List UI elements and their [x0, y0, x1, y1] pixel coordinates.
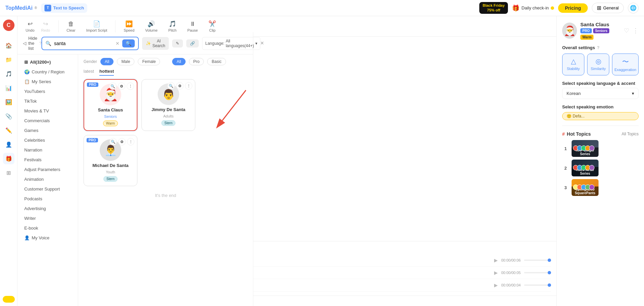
heart-button[interactable]: ♡ — [624, 27, 629, 34]
gender-female-button[interactable]: Female — [138, 58, 160, 65]
michael-age: Youth — [106, 170, 115, 174]
settings-jimmy-icon[interactable]: ⚙ — [176, 82, 184, 90]
category-festivals[interactable]: Festivals — [18, 155, 78, 165]
clear-search-icon[interactable]: ✕ — [116, 41, 120, 46]
santa-age: Seniors — [104, 114, 117, 118]
sidebar-item-tts[interactable]: 🎁 — [3, 153, 14, 164]
sidebar-item-folder[interactable]: 📁 — [3, 54, 14, 65]
sidebar-item-grid[interactable]: ⊞ — [3, 167, 14, 178]
search-jimmy-icon[interactable]: 🔍 — [167, 82, 175, 90]
voice-card-michael[interactable]: PRO 🔍 ⚙ ⋮ 👨‍💼 Michael De Santa Youth Ste… — [84, 135, 137, 186]
hide-list-button[interactable]: ◁ Hide the list ? — [23, 36, 41, 51]
import-script-button[interactable]: 📄 Import Script — [84, 19, 110, 34]
category-games[interactable]: Games — [18, 126, 78, 135]
progress-bar-1[interactable] — [524, 260, 551, 261]
audition-time-3: 00:00/00:04 — [501, 283, 521, 287]
category-tiktok[interactable]: TikTok — [18, 96, 78, 106]
exaggeration-button[interactable]: 〜 Exaggeration — [612, 54, 639, 75]
tts-label[interactable]: T Text to Speech — [41, 3, 88, 13]
voice-card-actions-jimmy: 🔍 ⚙ ⋮ — [167, 82, 192, 90]
hot-topic-1[interactable]: 1 RAP Singer Series — [562, 140, 639, 157]
category-celebrities[interactable]: Celebrities — [18, 135, 78, 145]
pause-button[interactable]: ⏸ Pause — [185, 19, 200, 34]
progress-bar-3[interactable] — [524, 284, 551, 286]
black-friday-badge[interactable]: Black Friday 75% off — [479, 2, 508, 13]
clear-button[interactable]: 🗑 Clear — [64, 19, 78, 34]
tier-all-button[interactable]: All — [172, 58, 185, 65]
category-movies-tv[interactable]: Movies & TV — [18, 106, 78, 116]
pricing-button[interactable]: Pricing — [558, 3, 587, 13]
progress-bar-2[interactable] — [524, 272, 551, 273]
gender-all-button[interactable]: All — [100, 58, 114, 65]
category-writer[interactable]: Writer — [18, 213, 78, 223]
link-icon-button[interactable]: 🔗 — [186, 39, 199, 47]
play-button-1[interactable]: ▶ — [494, 258, 498, 263]
search-button[interactable]: 🔍 — [122, 39, 135, 47]
daily-checkin[interactable]: 🎁 Daily check-in — [512, 4, 554, 12]
category-advertising[interactable]: Advertising — [18, 204, 78, 213]
tier-pro-button[interactable]: Pro — [189, 58, 204, 65]
redo-button[interactable]: ↪ Redo — [38, 19, 53, 34]
category-my-series[interactable]: 📋 My Series — [18, 77, 78, 87]
sidebar-item-home[interactable]: 🏠 — [3, 40, 14, 51]
emotion-pill[interactable]: 🙂 Defa... — [562, 112, 639, 120]
tab-latest[interactable]: latest — [84, 69, 94, 76]
sidebar-item-voice[interactable]: 🎵 — [3, 68, 14, 79]
clip-button[interactable]: ✂️ Clip — [206, 19, 219, 34]
sidebar-item-clip[interactable]: 📎 — [3, 110, 14, 122]
search-michael-icon[interactable]: 🔍 — [109, 138, 117, 145]
more-voice-icon[interactable]: ⋮ — [127, 82, 134, 90]
hot-topic-2[interactable]: 2 Voice Actor Series — [562, 160, 639, 176]
category-commercials[interactable]: Commercials — [18, 116, 78, 126]
more-jimmy-icon[interactable]: ⋮ — [185, 82, 192, 90]
category-adjust-parameters[interactable]: Adjust Parameters — [18, 165, 78, 174]
ai-search-button[interactable]: ✨ AI Search — [142, 37, 169, 50]
edit-icon-button[interactable]: ✎ — [172, 39, 183, 47]
settings-michael-icon[interactable]: ⚙ — [118, 138, 126, 145]
category-podcasts[interactable]: Podcasts — [18, 194, 78, 204]
close-panel-button[interactable]: × — [260, 40, 264, 47]
voice-card-santa[interactable]: PRO 🔍 ⚙ ⋮ 🎅 Santa Claus Seniors Warm — [84, 79, 137, 131]
play-button-3[interactable]: ▶ — [494, 282, 498, 288]
category-all[interactable]: ⊞ All(3200+) — [18, 57, 78, 67]
language-button[interactable]: 🌐 — [628, 3, 639, 13]
category-ebook[interactable]: E-book — [18, 223, 78, 233]
help-icon[interactable]: ? — [39, 41, 42, 46]
voice-card-jimmy[interactable]: 🔍 ⚙ ⋮ 👨 Jimmy De Santa Adults Stern — [141, 79, 195, 131]
user-avatar[interactable]: C — [3, 20, 14, 31]
general-button[interactable]: ⊞ General — [592, 3, 624, 13]
speed-button[interactable]: ⏩ Speed — [121, 19, 137, 34]
tier-basic-button[interactable]: Basic — [207, 58, 226, 65]
all-topics-button[interactable]: All Topics — [622, 132, 639, 136]
similarity-button[interactable]: ◎ Similarity — [587, 54, 609, 75]
gender-male-button[interactable]: Male — [117, 58, 134, 65]
settings-voice-icon[interactable]: ⚙ — [118, 82, 125, 90]
topic-num-3: 3 — [562, 185, 569, 190]
sidebar-item-image[interactable]: 🖼️ — [3, 96, 14, 108]
stability-button[interactable]: △ Stability — [562, 54, 584, 75]
category-customer-support[interactable]: Customer Support — [18, 184, 78, 194]
volume-button[interactable]: 🔊 Volume — [142, 19, 160, 34]
rp-voice-header: 🎅 Santa Claus PRO Seniors Warm ♡ ⋮ — [562, 22, 639, 40]
search-voice-icon[interactable]: 🔍 — [109, 82, 117, 90]
sidebar-item-chart[interactable]: 📊 — [3, 82, 14, 94]
more-button[interactable]: ⋮ — [633, 27, 639, 34]
sidebar-item-edit[interactable]: ✏️ — [3, 125, 14, 136]
sidebar-item-user[interactable]: 👤 — [3, 139, 14, 150]
undo-button[interactable]: ↩ Undo — [23, 19, 37, 34]
search-input[interactable] — [54, 41, 113, 46]
category-my-voice[interactable]: 👤 My Voice — [18, 233, 78, 243]
settings-help-icon[interactable]: ? — [597, 45, 600, 50]
category-youtubers[interactable]: YouTubers — [18, 87, 78, 96]
more-michael-icon[interactable]: ⋮ — [127, 138, 134, 145]
language-select-rp[interactable]: Korean ▾ — [562, 88, 639, 99]
category-country-region[interactable]: 🌍 Country / Region — [18, 67, 78, 77]
tab-hottest[interactable]: hottest — [99, 69, 114, 76]
hot-topic-3[interactable]: 3 SpongeBob SquarePants — [562, 179, 639, 196]
language-select[interactable]: Language: All languages(44+) ▾ — [202, 37, 260, 50]
pitch-button[interactable]: 🎵 Pitch — [166, 19, 179, 34]
exaggeration-icon: 〜 — [622, 57, 629, 66]
category-narration[interactable]: Narration — [18, 145, 78, 155]
play-button-2[interactable]: ▶ — [494, 270, 498, 275]
category-animation[interactable]: Animation — [18, 174, 78, 184]
